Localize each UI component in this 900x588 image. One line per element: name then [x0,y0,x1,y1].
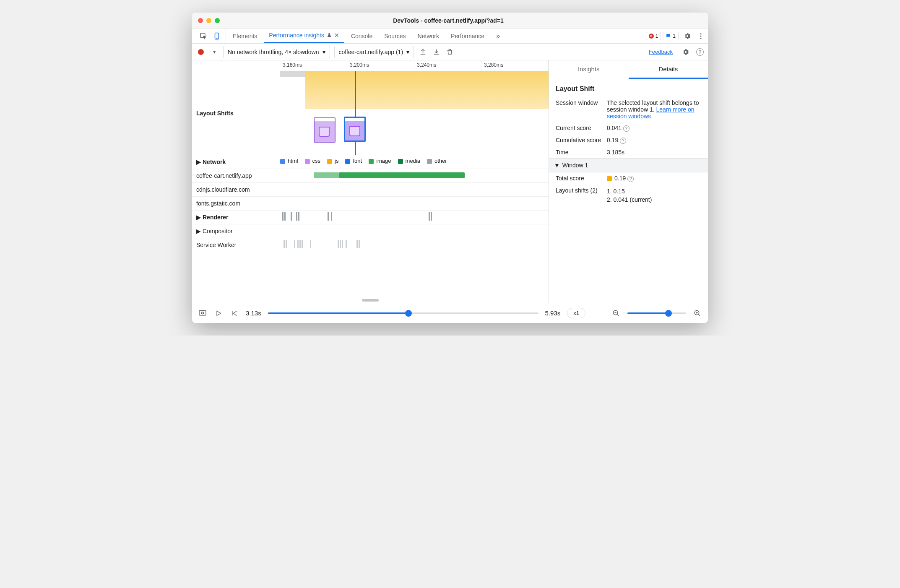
record-button[interactable] [196,47,205,57]
cumulative-score-label: Cumulative score [556,137,602,143]
service-worker-label: Service Worker [196,242,236,248]
insights-toolbar: ▾ No network throttling, 4× slowdown▾ co… [192,44,708,60]
export-icon[interactable] [418,47,427,57]
settings-icon[interactable] [683,31,692,41]
layout-shifts-list: 1. 0.152. 0.041 (current) [607,187,701,204]
tab-label: Performance insights [269,32,324,39]
network-lane[interactable] [280,197,549,210]
window-1-header[interactable]: ▼ Window 1 [549,158,708,172]
tab-performance-insights[interactable]: Performance insights ✕ [264,29,344,43]
issue-icon [666,33,671,39]
svg-marker-8 [217,311,221,315]
renderer-expand[interactable]: ▶ Renderer [192,211,280,224]
ruler-tick: 3,200ms [347,60,414,71]
details-panel: › Insights Details Layout Shift Session … [549,60,708,303]
skip-back-button[interactable] [230,309,239,318]
close-window-button[interactable] [198,18,203,23]
errors-badge[interactable]: ✕ 1 [646,32,661,40]
network-expand[interactable]: ▶ Network [192,155,280,169]
time-label: Time [556,149,602,156]
inspect-element-icon[interactable] [199,31,208,41]
preview-toggle-icon[interactable] [198,309,207,318]
zoom-slider[interactable] [627,312,686,314]
service-worker-row: Service Worker [192,238,549,252]
layout-shifts-label: Layout Shifts [196,110,234,117]
svg-point-4 [700,35,702,36]
layout-shifts-count-label: Layout shifts (2) [556,187,602,194]
help-icon[interactable]: ? [620,138,626,144]
horizontal-scroll-thumb[interactable] [362,299,379,302]
network-lane[interactable] [280,183,549,196]
delete-icon[interactable] [445,47,454,57]
layout-shifts-row: Layout Shifts [192,71,549,155]
zoom-in-icon[interactable] [693,309,702,318]
legend-item: other [427,158,447,164]
network-row: cdnjs.cloudflare.com [192,183,549,197]
total-score-label: Total score [556,175,602,182]
layout-shift-thumb-2-selected[interactable] [344,117,366,143]
panel-tabs: Elements Performance insights ✕ Console … [192,29,708,44]
svg-line-11 [617,314,619,316]
compositor-lane [280,224,549,238]
window-title: DevTools - coffee-cart.netlify.app/?ad=1 [220,17,677,24]
network-host-label: coffee-cart.netlify.app [192,169,280,182]
details-title: Layout Shift [549,79,708,97]
close-tab-icon[interactable]: ✕ [334,32,339,39]
play-button[interactable] [214,309,223,318]
svg-point-7 [202,312,204,314]
tab-network[interactable]: Network [413,29,444,43]
network-header-row: ▶ Network htmlcssjsfontimagemediaother [192,155,549,169]
network-host-label: cdnjs.cloudflare.com [192,183,280,196]
recording-select[interactable]: coffee-cart.netlify.app (1)▾ [334,46,414,58]
insights-tab[interactable]: Insights [549,60,629,79]
flask-icon [327,33,332,38]
ruler-tick: 3,160ms [280,60,347,71]
help-icon[interactable]: ? [627,176,634,182]
legend-item: js [327,158,338,164]
playback-speed[interactable]: x1 [567,308,585,318]
minimize-window-button[interactable] [206,18,211,23]
layout-shift-item[interactable]: 1. 0.15 [607,187,701,195]
svg-line-14 [698,314,700,316]
network-lane[interactable] [280,169,549,182]
score-swatch [607,176,612,181]
issues-badge[interactable]: 1 [663,32,679,40]
device-toggle-icon[interactable] [212,31,221,41]
compositor-expand[interactable]: ▶ Compositor [192,224,280,238]
svg-rect-6 [199,310,206,315]
layout-shift-item[interactable]: 2. 0.041 (current) [607,195,701,204]
tab-console[interactable]: Console [346,29,377,43]
feedback-link[interactable]: Feedback [649,49,673,55]
tabs-overflow-button[interactable]: » [491,29,505,43]
throttling-label: No network throttling, 4× slowdown [228,49,319,55]
playhead-slider[interactable] [268,312,538,314]
ruler-tick: 3,240ms [414,60,481,71]
cumulative-score-value: 0.19 [607,137,618,143]
help-icon[interactable]: ? [623,125,629,132]
tab-sources[interactable]: Sources [379,29,411,43]
legend-item: font [345,158,362,164]
maximize-window-button[interactable] [215,18,220,23]
help-icon[interactable]: ? [695,47,704,57]
session-window-label: Session window [556,99,602,106]
window-header-label: Window 1 [562,162,588,169]
layout-shifts-lane[interactable] [280,71,549,155]
tab-label: Elements [233,33,257,39]
details-tab[interactable]: Details [629,60,708,79]
renderer-label: Renderer [203,214,228,221]
record-menu-caret[interactable]: ▾ [210,47,219,57]
current-score-label: Current score [556,125,602,131]
tab-label: Sources [384,33,406,39]
svg-point-3 [700,33,702,34]
layout-shift-thumb-1[interactable] [314,117,336,144]
devtools-window: DevTools - coffee-cart.netlify.app/?ad=1… [192,13,708,323]
tab-elements[interactable]: Elements [228,29,262,43]
zoom-out-icon[interactable] [611,309,621,318]
legend-item: media [398,158,420,164]
panel-settings-icon[interactable] [681,47,690,57]
more-icon[interactable] [696,31,705,41]
time-value: 3.185s [607,149,701,156]
throttling-select[interactable]: No network throttling, 4× slowdown▾ [223,46,330,58]
import-icon[interactable] [432,47,441,57]
tab-performance[interactable]: Performance [446,29,489,43]
